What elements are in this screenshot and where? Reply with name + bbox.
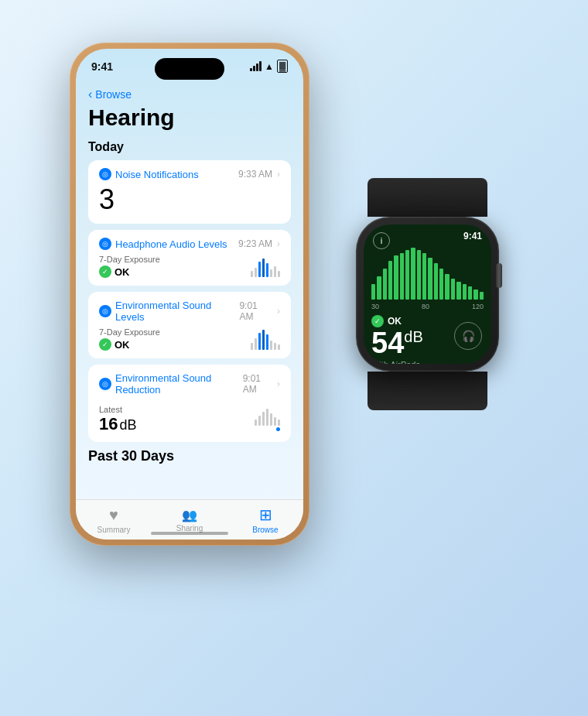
blue-dot bbox=[276, 427, 280, 431]
reduction-bars bbox=[255, 404, 280, 426]
env-reduction-time: 9:01 AM bbox=[243, 373, 272, 395]
ear-icon-2: ◎ bbox=[99, 238, 111, 250]
env-ok-text: OK bbox=[115, 339, 130, 351]
db-unit-label: dB bbox=[119, 417, 136, 433]
tab-sharing[interactable]: 👥 Sharing bbox=[152, 508, 227, 533]
dynamic-island bbox=[155, 58, 224, 80]
sharing-icon: 👥 bbox=[182, 508, 197, 522]
headphone-time: 9:23 AM bbox=[238, 238, 272, 249]
env-exposure-label: 7-Day Exposure bbox=[99, 327, 160, 337]
watch-ok-text: OK bbox=[388, 316, 402, 327]
wifi-icon: ▲ bbox=[265, 61, 274, 72]
signal-icon bbox=[250, 61, 262, 71]
latest-value: 16 bbox=[99, 414, 118, 434]
summary-label: Summary bbox=[97, 526, 131, 534]
noise-count: 3 bbox=[99, 183, 280, 216]
page-title: Hearing bbox=[88, 104, 291, 131]
headphone-chevron-icon: › bbox=[277, 238, 280, 249]
noise-notifications-card[interactable]: ◎ Noise Notifications 9:33 AM › 3 bbox=[88, 160, 291, 224]
status-icons: ▲ ▓ bbox=[250, 60, 288, 73]
env-reduction-chevron-icon: › bbox=[277, 379, 280, 389]
home-indicator bbox=[151, 532, 228, 535]
noise-chevron-icon: › bbox=[277, 169, 280, 180]
headphone-bars bbox=[251, 255, 280, 277]
iphone-screen: 9:41 ▲ ▓ ‹ Browse bbox=[76, 49, 303, 540]
ear-icon-4: ◎ bbox=[99, 378, 111, 390]
env-bars bbox=[251, 328, 280, 350]
watch-x-axis: 30 80 120 bbox=[364, 303, 491, 310]
ok-check-icon-1: ✓ bbox=[99, 266, 111, 278]
env-sound-title: ◎ Environmental Sound Levels bbox=[99, 300, 239, 323]
headphone-exposure-row: 7-Day Exposure ✓ OK bbox=[99, 255, 280, 278]
tab-summary[interactable]: ♥ Summary bbox=[76, 506, 152, 534]
ok-check-icon-2: ✓ bbox=[99, 338, 111, 351]
headphone-exposure-label: 7-Day Exposure bbox=[99, 255, 160, 264]
environmental-sound-card[interactable]: ◎ Environmental Sound Levels 9:01 AM › 7… bbox=[88, 292, 291, 358]
scene: 9:41 ▲ ▓ ‹ Browse bbox=[0, 0, 588, 716]
iphone-device: 9:41 ▲ ▓ ‹ Browse bbox=[70, 43, 309, 546]
env-sound-exposure-row: 7-Day Exposure ✓ OK bbox=[99, 327, 280, 351]
env-sound-chevron-icon: › bbox=[277, 306, 280, 317]
watch-audio-bars bbox=[364, 245, 491, 303]
sharing-label: Sharing bbox=[176, 524, 203, 533]
browse-label: Browse bbox=[252, 526, 278, 534]
noise-notifications-title: ◎ Noise Notifications bbox=[99, 168, 199, 180]
today-section-header: Today bbox=[88, 140, 291, 154]
ear-icon-3: ◎ bbox=[99, 305, 111, 317]
env-sound-reduction-card[interactable]: ◎ Environmental Sound Reduction 9:01 AM … bbox=[88, 365, 291, 442]
watch-info-button[interactable]: i bbox=[373, 232, 390, 249]
past-30-days-header: Past 30 Days bbox=[88, 448, 291, 464]
iphone-content: ‹ Browse Hearing Today ◎ Noise Notificat… bbox=[76, 87, 303, 501]
watch-band-top bbox=[368, 178, 487, 217]
tab-browse[interactable]: ⊞ Browse bbox=[227, 505, 303, 534]
watch-ok-check-icon: ✓ bbox=[371, 315, 384, 327]
back-label: Browse bbox=[95, 88, 132, 101]
watch-body: 9:41 i bbox=[356, 217, 499, 372]
browse-icon: ⊞ bbox=[259, 505, 272, 524]
headphone-audio-card[interactable]: ◎ Headphone Audio Levels 9:23 AM › 7-Day… bbox=[88, 230, 291, 286]
airpods-icon: 🎧 bbox=[454, 322, 482, 350]
watch-crown bbox=[496, 263, 502, 288]
env-reduction-data-row: Latest 16 dB bbox=[99, 400, 280, 434]
headphone-ok-text: OK bbox=[115, 266, 130, 278]
watch-db-unit: dB bbox=[404, 328, 422, 345]
watch-time: 9:41 bbox=[463, 231, 482, 242]
watch-screen: 9:41 i bbox=[364, 224, 491, 364]
ear-icon-1: ◎ bbox=[99, 168, 111, 180]
env-reduction-title: ◎ Environmental Sound Reduction bbox=[99, 372, 243, 396]
status-time: 9:41 bbox=[91, 60, 113, 73]
back-chevron-icon: ‹ bbox=[88, 87, 92, 101]
headphone-ok-badge: ✓ OK bbox=[99, 266, 160, 278]
watch-with-airpods: With AirPods bbox=[364, 360, 491, 364]
watch-band-bottom bbox=[368, 372, 487, 410]
battery-icon: ▓ bbox=[277, 60, 288, 73]
env-ok-badge: ✓ OK bbox=[99, 338, 160, 351]
apple-watch: 9:41 i bbox=[337, 178, 518, 399]
headphone-audio-title: ◎ Headphone Audio Levels bbox=[99, 238, 227, 250]
back-link[interactable]: ‹ Browse bbox=[88, 87, 291, 101]
noise-time: 9:33 AM bbox=[238, 169, 272, 180]
summary-icon: ♥ bbox=[109, 506, 118, 524]
env-sound-time: 9:01 AM bbox=[239, 300, 272, 322]
latest-label: Latest bbox=[99, 405, 137, 414]
